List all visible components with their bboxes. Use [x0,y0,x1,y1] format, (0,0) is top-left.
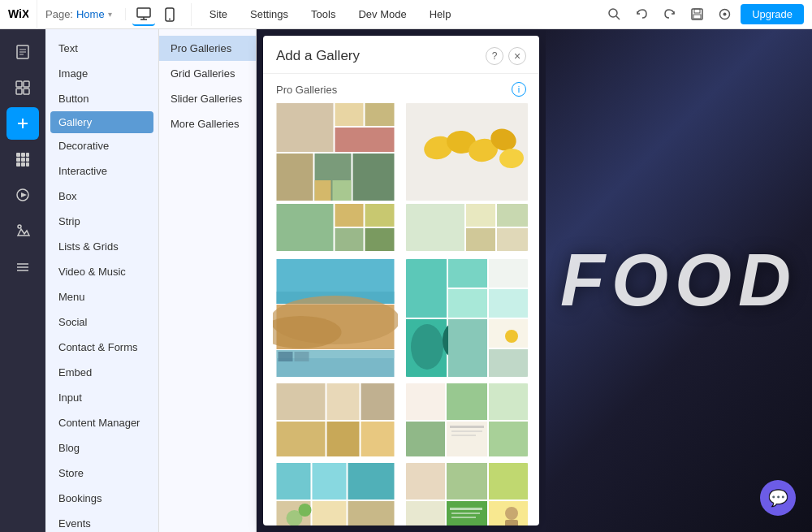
nav-help[interactable]: Help [418,0,463,29]
gallery-thumb-4[interactable] [404,259,529,377]
search-btn[interactable] [603,3,625,26]
svg-rect-62 [497,228,528,251]
modal-close-btn[interactable]: × [508,47,526,65]
gallery-thumb-2[interactable] [404,103,529,201]
svg-rect-31 [26,162,29,167]
modal-content[interactable] [263,103,539,526]
svg-rect-53 [277,204,334,251]
svg-marker-33 [21,192,27,197]
element-embed[interactable]: Embed [45,360,158,385]
svg-rect-114 [451,513,480,514]
page-name[interactable]: Home [76,8,105,20]
device-switcher [132,3,192,26]
modal-header-icons: ? × [486,47,526,65]
sub-panel: Pro Galleries Grid Galleries Slider Gall… [159,29,257,532]
element-video-music[interactable]: Video & Music [45,259,158,284]
element-menu[interactable]: Menu [45,284,158,309]
svg-rect-97 [451,430,482,432]
gallery-thumb-1[interactable] [273,103,398,201]
svg-rect-41 [277,154,313,201]
svg-rect-85 [327,383,360,420]
gallery-thumb-1b[interactable] [273,204,398,251]
svg-rect-99 [277,463,311,500]
element-content-manager[interactable]: Content Manager [45,410,158,435]
svg-rect-98 [451,435,476,436]
element-box[interactable]: Box [45,184,158,209]
nav-tools[interactable]: Tools [300,0,347,29]
element-interactive[interactable]: Interactive [45,158,158,184]
gallery-thumb-7[interactable] [273,463,398,526]
element-store[interactable]: Store [45,461,158,486]
svg-rect-44 [335,128,395,152]
element-bookings[interactable]: Bookings [45,486,158,511]
svg-rect-93 [406,422,445,456]
svg-rect-100 [313,463,347,500]
svg-rect-101 [348,463,395,500]
gallery-thumb-6[interactable] [404,383,529,456]
layers-sidebar-btn[interactable] [6,250,39,283]
svg-rect-96 [450,426,484,428]
modal-title: Add a Gallery [276,48,360,64]
svg-rect-60 [497,204,528,227]
svg-rect-20 [24,89,29,94]
element-gallery[interactable]: Gallery [50,111,153,133]
elements-sidebar-btn[interactable] [6,71,39,104]
svg-point-6 [609,9,617,17]
save-btn[interactable] [685,3,708,26]
element-image[interactable]: Image [45,61,158,86]
svg-rect-1 [137,8,150,17]
svg-rect-54 [335,204,364,227]
mobile-device-btn[interactable] [158,3,181,26]
svg-rect-76 [448,289,487,318]
element-lists-grids[interactable]: Lists & Grids [45,234,158,259]
upgrade-btn[interactable]: Upgrade [741,4,804,24]
undo-btn[interactable] [630,3,653,26]
svg-rect-104 [348,501,395,526]
modal-header: Add a Gallery ? × [263,36,539,74]
sub-more-galleries[interactable]: More Galleries [159,111,256,136]
nav-devmode[interactable]: Dev Mode [347,0,417,29]
element-contact-forms[interactable]: Contact & Forms [45,335,158,360]
redo-btn[interactable] [658,3,680,26]
element-input[interactable]: Input [45,385,158,410]
svg-rect-117 [505,520,518,526]
svg-rect-61 [466,228,495,251]
add-sidebar-btn[interactable] [6,107,39,140]
design-sidebar-btn[interactable] [6,214,39,247]
sub-grid-galleries[interactable]: Grid Galleries [159,61,256,86]
element-events[interactable]: Events [45,511,158,532]
svg-rect-95 [489,422,528,456]
svg-point-12 [723,13,726,16]
apps-sidebar-btn[interactable] [6,143,39,175]
nav-site[interactable]: Site [198,0,239,29]
chat-bubble-btn[interactable]: 💬 [760,480,796,516]
element-text[interactable]: Text [45,36,158,61]
svg-rect-77 [489,289,528,318]
svg-rect-24 [21,153,25,157]
modal-help-btn[interactable]: ? [486,47,503,65]
element-button[interactable]: Button [45,86,158,111]
gallery-row-1b [273,204,529,253]
nav-settings[interactable]: Settings [239,0,300,29]
element-decorative[interactable]: Decorative [45,133,158,158]
svg-line-7 [616,16,620,19]
desktop-device-btn[interactable] [132,3,155,26]
sub-slider-galleries[interactable]: Slider Galleries [159,86,256,111]
element-blog[interactable]: Blog [45,435,158,461]
pages-sidebar-btn[interactable] [6,36,39,68]
gallery-thumb-3[interactable] [273,259,398,377]
element-strip[interactable]: Strip [45,209,158,234]
media-sidebar-btn[interactable] [6,179,39,211]
svg-rect-38 [277,103,334,152]
gallery-thumb-5[interactable] [273,383,398,456]
info-icon[interactable]: i [512,82,526,97]
preview-btn[interactable] [713,3,736,26]
gallery-thumb-2b[interactable] [404,204,529,251]
gallery-modal: Add a Gallery ? × Pro Galleries i [263,36,539,526]
sub-pro-galleries[interactable]: Pro Galleries [159,36,256,61]
gallery-thumb-8[interactable] [404,463,529,526]
svg-rect-107 [406,463,445,500]
svg-point-83 [505,330,518,343]
element-panel: Text Image Button Gallery Decorative Int… [45,29,159,532]
element-social[interactable]: Social [45,309,158,335]
